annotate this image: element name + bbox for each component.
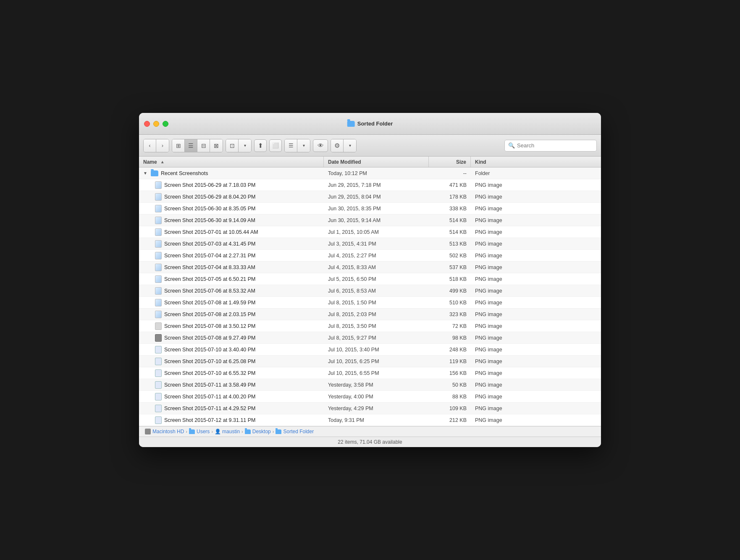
back-button[interactable]: ‹ [144,139,156,152]
file-name-label: Screen Shot 2015-07-11 at 3.58.49 PM [164,382,256,388]
file-row[interactable]: Screen Shot 2015-07-08 at 2.03.15 PM Jul… [139,309,601,320]
file-row[interactable]: Screen Shot 2015-06-29 at 7.18.03 PM Jun… [139,179,601,191]
file-size-cell: 98 KB [429,332,471,343]
col-header-size[interactable]: Size [429,157,471,167]
column-headers: Name ▲ Date Modified Size Kind [139,157,601,167]
file-kind-cell: PNG image [471,320,601,332]
col-header-name[interactable]: Name ▲ [139,157,324,167]
file-size-cell: 212 KB [429,414,471,426]
file-date-cell: Yesterday, 4:29 PM [324,403,429,414]
file-row[interactable]: Screen Shot 2015-07-04 at 2.27.31 PM Jul… [139,250,601,262]
file-row[interactable]: Screen Shot 2015-07-10 at 6.25.08 PM Jul… [139,356,601,367]
file-date-cell: Jun 30, 2015, 8:35 PM [324,203,429,214]
file-name-label: Screen Shot 2015-07-01 at 10.05.44 AM [164,229,258,235]
png-doc-icon [155,416,162,424]
file-size-cell: 338 KB [429,203,471,214]
png-icon [155,228,162,236]
view-cover-button[interactable]: ⊠ [210,139,223,152]
view-list-button[interactable]: ☰ [185,139,197,152]
file-row[interactable]: Screen Shot 2015-07-03 at 4.31.45 PM Jul… [139,238,601,250]
file-row[interactable]: Screen Shot 2015-07-10 at 6.55.32 PM Jul… [139,367,601,379]
file-date-cell: Jul 8, 2015, 9:27 PM [324,332,429,343]
file-kind-cell: PNG image [471,285,601,296]
action-button[interactable]: ☰ [285,139,297,152]
file-size-cell: 248 KB [429,344,471,355]
file-row[interactable]: Screen Shot 2015-07-01 at 10.05.44 AM Ju… [139,226,601,238]
view-flow-dropdown[interactable]: ▾ [239,139,251,152]
view-icon-button[interactable]: ⊞ [172,139,185,152]
file-date-cell: Jun 29, 2015, 7:18 PM [324,179,429,191]
file-date-cell: Jul 4, 2015, 2:27 PM [324,250,429,261]
png-doc-icon [155,346,162,353]
col-header-date[interactable]: Date Modified [324,157,429,167]
file-row[interactable]: Screen Shot 2015-07-12 at 9.31.11 PM Tod… [139,414,601,426]
minimize-button[interactable] [153,121,159,127]
file-name-cell: Screen Shot 2015-07-03 at 4.31.45 PM [139,238,324,249]
action-dropdown[interactable]: ▾ [297,139,310,152]
share-button[interactable]: ⬆ [254,139,267,152]
file-name-cell: Screen Shot 2015-07-04 at 8.33.33 AM [139,262,324,273]
file-kind-cell: PNG image [471,344,601,355]
breadcrumb-sorted-folder[interactable]: Sorted Folder [283,429,314,434]
file-row[interactable]: Screen Shot 2015-06-30 at 9.14.09 AM Jun… [139,215,601,226]
file-date-cell: Yesterday, 3:58 PM [324,379,429,390]
view-column-button[interactable]: ⊟ [197,139,210,152]
file-size-cell: 50 KB [429,379,471,390]
file-row[interactable]: Screen Shot 2015-07-08 at 9.27.49 PM Jul… [139,332,601,344]
file-date-cell: Jul 8, 2015, 3:50 PM [324,320,429,332]
file-date-cell: Jul 10, 2015, 3:40 PM [324,344,429,355]
file-row[interactable]: Screen Shot 2015-07-11 at 4.00.20 PM Yes… [139,391,601,403]
expand-triangle[interactable]: ▼ [143,171,147,175]
close-button[interactable] [144,121,150,127]
file-row[interactable]: Screen Shot 2015-07-06 at 8.53.32 AM Jul… [139,285,601,297]
search-input[interactable] [517,142,593,149]
window-title: Sorted Folder [347,120,393,127]
breadcrumb-maustin[interactable]: maustin [222,429,240,434]
gear-dropdown[interactable]: ▾ [344,139,356,152]
file-name-label: Screen Shot 2015-07-10 at 6.25.08 PM [164,359,256,364]
file-name-cell: Screen Shot 2015-07-10 at 6.55.32 PM [139,367,324,379]
file-row[interactable]: Screen Shot 2015-06-30 at 8.35.05 PM Jun… [139,203,601,215]
breadcrumb-users[interactable]: Users [197,429,210,434]
col-header-kind[interactable]: Kind [471,157,601,167]
view-buttons: ⊞ ☰ ⊟ ⊠ [172,139,223,152]
file-row[interactable]: Screen Shot 2015-07-11 at 3.58.49 PM Yes… [139,379,601,391]
tag-button[interactable]: ⬜ [269,139,282,152]
file-row[interactable]: Screen Shot 2015-06-29 at 8.04.20 PM Jun… [139,191,601,203]
file-row[interactable]: Screen Shot 2015-07-05 at 6.50.21 PM Jul… [139,273,601,285]
bc-users-icon [189,429,195,434]
maximize-button[interactable] [163,121,168,127]
file-name-label: Screen Shot 2015-07-12 at 9.31.11 PM [164,417,256,423]
file-kind-cell: PNG image [471,238,601,249]
breadcrumb-desktop[interactable]: Desktop [252,429,271,434]
file-size-cell: 109 KB [429,403,471,414]
folder-row[interactable]: ▼ Recent Screenshots Today, 10:12 PM -- … [139,167,601,179]
sep-3: › [241,429,243,434]
file-name-cell: Screen Shot 2015-07-05 at 6.50.21 PM [139,273,324,285]
file-name-cell: Screen Shot 2015-07-06 at 8.53.32 AM [139,285,324,296]
file-kind-cell: PNG image [471,309,601,320]
png-icon [155,217,162,224]
titlebar: Sorted Folder [139,113,601,135]
breadcrumb-macintosh-hd[interactable]: Macintosh HD [152,429,184,434]
file-name-label: Screen Shot 2015-07-08 at 3.50.12 PM [164,323,256,329]
png-doc-icon [155,369,162,377]
file-row[interactable]: Screen Shot 2015-07-08 at 3.50.12 PM Jul… [139,320,601,332]
gear-button[interactable]: ⚙ [331,139,344,152]
file-list[interactable]: ▼ Recent Screenshots Today, 10:12 PM -- … [139,167,601,426]
file-name-label: Screen Shot 2015-07-10 at 3.40.40 PM [164,347,256,353]
file-name-label: Screen Shot 2015-06-30 at 8.35.05 PM [164,206,256,212]
file-row[interactable]: Screen Shot 2015-07-08 at 1.49.59 PM Jul… [139,297,601,309]
eye-button[interactable]: 👁 [313,139,328,152]
file-row[interactable]: Screen Shot 2015-07-04 at 8.33.33 AM Jul… [139,262,601,273]
file-date-cell: Jul 10, 2015, 6:55 PM [324,367,429,379]
file-name-cell: Screen Shot 2015-07-01 at 10.05.44 AM [139,226,324,238]
forward-button[interactable]: › [156,139,169,152]
file-kind-cell: PNG image [471,356,601,367]
view-flow-button[interactable]: ⊡ [226,139,239,152]
file-row[interactable]: Screen Shot 2015-07-10 at 3.40.40 PM Jul… [139,344,601,356]
file-row[interactable]: Screen Shot 2015-07-11 at 4.29.52 PM Yes… [139,403,601,414]
file-date-cell: Jul 8, 2015, 1:50 PM [324,297,429,308]
breadcrumb: Macintosh HD › Users › 👤 maustin › Deskt… [139,426,601,437]
search-box[interactable]: 🔍 [504,140,597,152]
